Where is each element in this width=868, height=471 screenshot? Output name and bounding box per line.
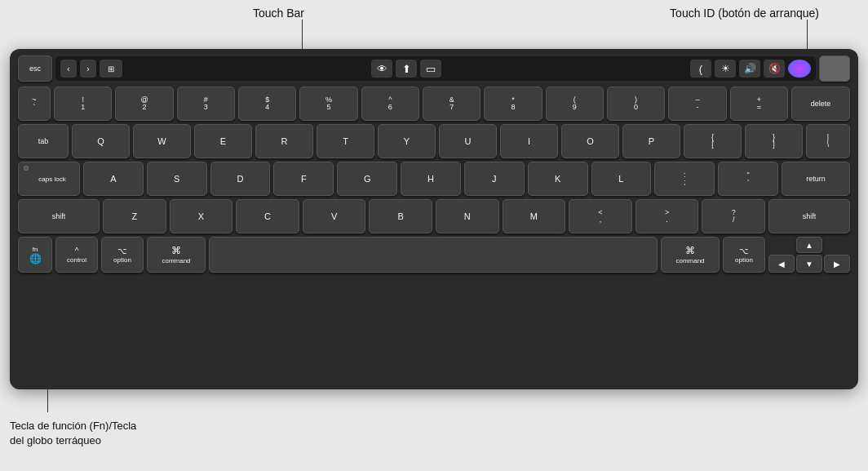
key-tab[interactable]: tab <box>18 124 69 158</box>
key-quote[interactable]: "' <box>718 162 778 196</box>
key-h[interactable]: H <box>401 162 461 196</box>
key-b[interactable]: B <box>369 199 432 233</box>
key-l[interactable]: L <box>591 162 652 196</box>
key-period[interactable]: >. <box>636 199 699 233</box>
key-arrow-down[interactable]: ▼ <box>796 255 822 273</box>
touchid-label: Touch ID (botón de arranque) <box>670 7 819 20</box>
tb-chevron-right[interactable]: › <box>80 60 96 78</box>
key-arrow-right[interactable]: ▶ <box>824 255 850 273</box>
key-6[interactable]: ^6 <box>361 87 419 121</box>
tb-mute[interactable]: 🔇 <box>764 60 785 78</box>
key-command-left[interactable]: ⌘ command <box>147 237 206 273</box>
key-bracket-l[interactable]: {[ <box>684 124 742 158</box>
key-s[interactable]: S <box>147 162 207 196</box>
key-n[interactable]: N <box>436 199 499 233</box>
key-semicolon[interactable]: :; <box>654 162 715 196</box>
key-7[interactable]: &7 <box>423 87 480 121</box>
key-3[interactable]: #3 <box>177 87 235 121</box>
tb-share[interactable]: ⬆ <box>396 60 417 78</box>
key-bracket-r[interactable]: }] <box>745 124 803 158</box>
fn-label: Tecla de función (Fn)/Tecladel globo ter… <box>10 419 136 448</box>
key-option-right[interactable]: ⌥ option <box>723 237 765 273</box>
tb-volume[interactable]: 🔊 <box>739 60 760 78</box>
key-p[interactable]: P <box>622 124 680 158</box>
key-0[interactable]: )0 <box>607 87 665 121</box>
key-o[interactable]: O <box>561 124 619 158</box>
key-shift-left[interactable]: shift <box>18 199 100 233</box>
arrow-cluster: ▲◀▼▶ <box>768 237 850 273</box>
key-2[interactable]: @2 <box>115 87 173 121</box>
touchbar-row: esc ‹ › ⊞ 👁 ⬆ ▭ ( ☀ 🔊 🔇 <box>18 56 850 82</box>
key-slash[interactable]: ?/ <box>702 199 765 233</box>
key-w[interactable]: W <box>133 124 191 158</box>
key-5[interactable]: %5 <box>299 87 357 121</box>
tb-paren[interactable]: ( <box>690 60 711 78</box>
key-touchid[interactable] <box>819 56 850 82</box>
key-shift-right[interactable]: shift <box>768 199 850 233</box>
row-bottom: fn 🌐 ^ control ⌥ option ⌘ command ⌘ <box>18 237 850 273</box>
row-numbers: ~` !1 @2 #3 $4 %5 ^6 &7 *8 (9 )0 –- += d… <box>18 87 850 121</box>
keyboard: esc ‹ › ⊞ 👁 ⬆ ▭ ( ☀ 🔊 🔇 ~` <box>10 49 858 389</box>
keyboard-rows: ~` !1 @2 #3 $4 %5 ^6 &7 *8 (9 )0 –- += d… <box>18 87 850 273</box>
key-e[interactable]: E <box>194 124 252 158</box>
key-u[interactable]: U <box>439 124 497 158</box>
key-f[interactable]: F <box>273 162 334 196</box>
tb-chevron-left[interactable]: ‹ <box>60 60 77 78</box>
key-backslash[interactable]: |\ <box>806 124 850 158</box>
key-option-left[interactable]: ⌥ option <box>101 237 144 273</box>
tb-eye[interactable]: 👁 <box>371 60 392 78</box>
key-equals[interactable]: += <box>730 87 788 121</box>
key-1[interactable]: !1 <box>54 87 112 121</box>
key-g[interactable]: G <box>337 162 397 196</box>
key-c[interactable]: C <box>236 199 299 233</box>
annotation-area: Touch Bar Touch ID (botón de arranque) T… <box>0 0 868 471</box>
touchbar[interactable]: ‹ › ⊞ 👁 ⬆ ▭ ( ☀ 🔊 🔇 <box>55 56 816 81</box>
key-z[interactable]: Z <box>103 199 166 233</box>
touchbar-label: Touch Bar <box>253 7 304 20</box>
key-a[interactable]: A <box>83 162 144 196</box>
key-esc[interactable]: esc <box>18 56 52 82</box>
key-command-right[interactable]: ⌘ command <box>661 237 720 273</box>
key-control[interactable]: ^ control <box>55 237 98 273</box>
key-8[interactable]: *8 <box>484 87 542 121</box>
key-arrow-left[interactable]: ◀ <box>768 255 795 273</box>
tb-grid[interactable]: ⊞ <box>100 60 122 78</box>
key-arrow-up[interactable]: ▲ <box>796 237 822 253</box>
tb-siri[interactable] <box>788 60 811 78</box>
key-t[interactable]: T <box>317 124 374 158</box>
key-m[interactable]: M <box>503 199 566 233</box>
row-asdf: caps lock A S D F G H J K L :; "' return <box>18 162 850 196</box>
key-fn[interactable]: fn 🌐 <box>18 237 52 273</box>
key-9[interactable]: (9 <box>546 87 604 121</box>
key-k[interactable]: K <box>528 162 588 196</box>
key-comma[interactable]: <, <box>569 199 632 233</box>
key-v[interactable]: V <box>303 199 366 233</box>
row-qwerty: tab Q W E R T Y U I O P {[ }] |\ <box>18 124 850 158</box>
row-zxcv: shift Z X C V B N M <, >. ?/ shift <box>18 199 850 233</box>
key-x[interactable]: X <box>170 199 233 233</box>
key-d[interactable]: D <box>210 162 271 196</box>
key-minus[interactable]: –- <box>668 87 726 121</box>
key-capslock[interactable]: caps lock <box>18 162 80 196</box>
key-y[interactable]: Y <box>378 124 436 158</box>
key-j[interactable]: J <box>464 162 525 196</box>
key-space[interactable] <box>209 237 658 273</box>
key-r[interactable]: R <box>255 124 313 158</box>
key-backtick[interactable]: ~` <box>18 87 51 121</box>
key-return[interactable]: return <box>782 162 850 196</box>
tb-brightness[interactable]: ☀ <box>715 60 736 78</box>
key-delete[interactable]: delete <box>791 87 850 121</box>
tb-screen[interactable]: ▭ <box>420 60 441 78</box>
key-i[interactable]: I <box>500 124 558 158</box>
key-4[interactable]: $4 <box>238 87 296 121</box>
key-q[interactable]: Q <box>72 124 130 158</box>
